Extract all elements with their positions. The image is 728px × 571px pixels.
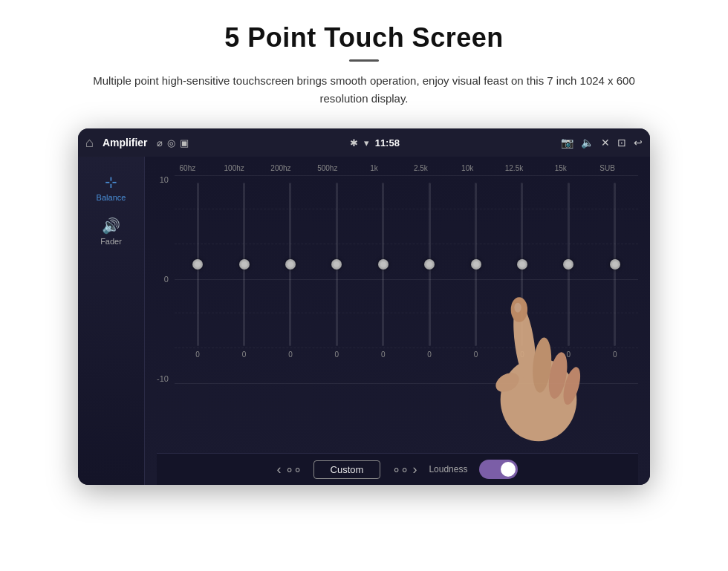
slider-thumb-3 [331,259,342,270]
bottom-controls: ‹ ∘∘ Custom ∘∘ › Loudness [157,453,638,485]
sidebar-item-fader[interactable]: 🔊 Fader [83,211,140,252]
page-header: 5 Point Touch Screen Multiple point high… [82,0,646,115]
slider-7[interactable]: 0 [520,175,524,383]
slider-thumb-0 [192,259,203,270]
back-icon[interactable]: ↩ [634,137,643,149]
slider-9[interactable]: 0 [613,175,617,383]
status-bar-right: ✱ ▾ 11:58 [350,137,400,149]
freq-1k: 1k [355,164,394,172]
slider-val-3: 0 [335,350,339,359]
freq-12-5k: 12.5k [495,164,533,172]
status-bar-actions: 📷 🔈 ✕ ⊡ ↩ [561,137,643,149]
slider-8[interactable]: 0 [567,175,571,383]
status-icons: ⌀ ◎ ▣ [157,137,189,149]
slider-thumb-2 [285,259,296,270]
freq-100hz: 100hz [215,164,253,172]
usb-icon: ⌀ [157,137,163,149]
scale-top: 10 [160,175,169,184]
slider-4[interactable]: 0 [381,175,386,383]
title-underline [349,59,379,62]
page-title: 5 Point Touch Screen [82,22,646,53]
gps-icon: ◎ [167,137,175,149]
slider-thumb-9 [610,259,620,270]
bluetooth-icon: ✱ [350,137,358,149]
loudness-toggle[interactable] [479,460,518,479]
slider-6[interactable]: 0 [474,175,478,383]
main-area: ⊹ Balance 🔊 Fader 60hz 100hz 200hz 500hz… [78,157,650,485]
slider-0[interactable]: 0 [195,175,200,383]
slider-val-4: 0 [381,350,386,359]
camera-icon[interactable]: 📷 [561,137,573,149]
slider-val-5: 0 [427,350,432,359]
slider-val-8: 0 [567,350,571,359]
slider-thumb-7 [517,259,527,270]
slider-val-9: 0 [613,350,617,359]
screen-icon[interactable]: ⊡ [617,137,626,149]
slider-thumb-4 [378,259,389,270]
custom-button[interactable]: Custom [313,460,381,479]
next-arrow[interactable]: ∘∘ › [392,461,417,477]
scale-mid: 0 [164,275,169,284]
home-icon[interactable]: ⌂ [85,135,94,151]
freq-60hz: 60hz [168,164,207,172]
eq-scale: 10 0 -10 [157,175,175,383]
scale-bot: -10 [157,374,169,383]
freq-sub: SUB [588,164,627,172]
freq-10k: 10k [448,164,487,172]
slider-val-7: 0 [520,350,524,359]
slider-val-2: 0 [288,350,293,359]
slider-val-6: 0 [474,350,478,359]
status-bar: ⌂ Amplifier ⌀ ◎ ▣ ✱ ▾ 11:58 📷 🔈 ✕ ⊡ ↩ [78,128,650,157]
slider-val-1: 0 [242,350,247,359]
page-subtitle: Multiple point high-sensitive touchscree… [82,72,646,108]
eq-freq-labels: 60hz 100hz 200hz 500hz 1k 2.5k 10k 12.5k… [157,164,638,172]
sidebar-item-balance[interactable]: ⊹ Balance [83,167,140,208]
eq-area: 60hz 100hz 200hz 500hz 1k 2.5k 10k 12.5k… [145,157,650,485]
close-icon[interactable]: ✕ [601,137,610,149]
eq-body: 10 0 -10 [157,175,638,453]
sidebar-label-fader: Fader [100,237,122,246]
slider-2[interactable]: 0 [288,175,293,383]
sidebar-label-balance: Balance [97,193,126,202]
slider-thumb-5 [424,259,435,270]
eq-sliders-container: 0 0 0 [175,175,638,383]
freq-500hz: 500hz [308,164,347,172]
volume-icon[interactable]: 🔈 [581,137,594,149]
slider-1[interactable]: 0 [242,175,247,383]
slider-3[interactable]: 0 [335,175,339,383]
grid-line-bot [175,383,638,384]
time-display: 11:58 [375,137,400,149]
prev-arrow[interactable]: ‹ ∘∘ [277,461,302,477]
slider-thumb-8 [563,259,573,270]
app-name: Amplifier [103,137,148,149]
slider-5[interactable]: 0 [427,175,432,383]
slider-val-0: 0 [195,350,200,359]
wifi-icon: ▾ [364,137,369,149]
sidebar: ⊹ Balance 🔊 Fader [78,157,145,485]
image-icon: ▣ [180,137,189,149]
freq-200hz: 200hz [261,164,300,172]
slider-thumb-1 [239,259,250,270]
freq-15k: 15k [542,164,580,172]
freq-2-5k: 2.5k [401,164,440,172]
device-frame: ⌂ Amplifier ⌀ ◎ ▣ ✱ ▾ 11:58 📷 🔈 ✕ ⊡ ↩ ⊹ [78,128,650,485]
slider-thumb-6 [471,259,481,270]
speaker-icon: 🔊 [102,217,120,235]
loudness-label: Loudness [429,464,467,474]
equalizer-icon: ⊹ [105,173,117,191]
status-bar-left: ⌂ Amplifier ⌀ ◎ ▣ [85,135,189,151]
